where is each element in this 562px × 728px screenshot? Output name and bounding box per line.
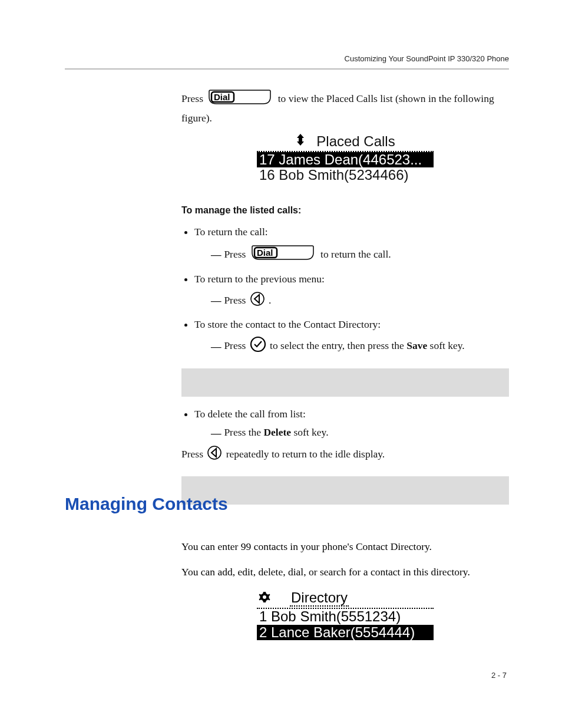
- directory-screenshot: Directory 1 Bob Smith(5551234) 2 Lance B…: [181, 590, 509, 640]
- bullet-return-call: To return the call: — Press Dial to retu…: [194, 225, 509, 266]
- svg-point-3: [251, 337, 265, 351]
- note-placeholder-1: [181, 368, 509, 397]
- return-idle-after: repeatedly to return to the idle display…: [226, 449, 385, 460]
- manage-calls-list-2: To delete the call from list: — Press th…: [194, 407, 509, 440]
- managing-contacts-heading: Managing Contacts: [65, 494, 228, 514]
- placed-calls-row-2: 16 Bob Smith(5234466): [257, 167, 434, 183]
- save-word: Save: [406, 340, 427, 351]
- bullet-delete-call: To delete the call from list: — Press th…: [194, 407, 509, 440]
- svg-point-2: [251, 292, 264, 305]
- store-contact-text: To store the contact to the Contact Dire…: [194, 318, 381, 330]
- dial-key-label: Dial: [214, 92, 230, 102]
- dash-icon: —: [211, 427, 222, 441]
- prev-menu-period: .: [269, 294, 271, 306]
- placed-calls-title: Placed Calls: [316, 134, 395, 149]
- header-rule: [65, 68, 509, 70]
- dash-icon: —: [211, 294, 222, 308]
- store-press-after: soft key.: [430, 340, 465, 351]
- delete-call-text: To delete the call from list:: [194, 408, 306, 420]
- contacts-p1: You can enter 99 contacts in your phone'…: [181, 539, 509, 554]
- directory-title: Directory: [290, 590, 349, 607]
- return-call-press-after: to return the call.: [320, 248, 391, 260]
- return-call-press-before: Press: [224, 248, 248, 260]
- running-header: Customizing Your SoundPoint IP 330/320 P…: [345, 54, 509, 63]
- delete-word: Delete: [263, 426, 291, 438]
- directory-row-2-selected: 2 Lance Baker(5554444): [257, 625, 434, 640]
- contacts-p2: You can add, edit, delete, dial, or sear…: [181, 564, 509, 579]
- dial-softkey-icon: Dial: [251, 244, 315, 266]
- svg-point-4: [208, 446, 221, 459]
- return-call-text: To return the call:: [194, 226, 268, 238]
- managing-contacts-body: You can enter 99 contacts in your phone'…: [181, 528, 509, 651]
- check-button-icon: [250, 336, 266, 357]
- press-dial-before: Press: [181, 93, 206, 104]
- dial-softkey-icon: Dial: [208, 88, 272, 110]
- dash-icon: —: [211, 248, 222, 262]
- left-arrow-button-icon: [207, 445, 222, 465]
- bullet-store-contact: To store the contact to the Contact Dire…: [194, 318, 509, 358]
- placed-calls-screenshot: Placed Calls 17 James Dean(446523... 16 …: [181, 133, 509, 183]
- directory-row-1: 1 Bob Smith(5551234): [257, 609, 434, 624]
- delete-press-after: soft key.: [293, 426, 328, 438]
- delete-press-before: Press the: [224, 426, 263, 438]
- manage-calls-heading: To manage the listed calls:: [181, 204, 509, 217]
- page-number: 2 - 7: [491, 671, 507, 680]
- return-idle-paragraph: Press repeatedly to return to the idle d…: [181, 445, 509, 466]
- manage-calls-list: To return the call: — Press Dial to retu…: [194, 225, 509, 358]
- dial-key-label: Dial: [257, 248, 273, 258]
- left-arrow-button-icon: [250, 291, 265, 311]
- gear-icon: [258, 591, 271, 607]
- placed-calls-row-1: 17 James Dean(446523...: [257, 152, 434, 167]
- store-press-before: Press: [224, 340, 248, 351]
- bullet-prev-menu: To return to the previous menu: — Press …: [194, 272, 509, 311]
- dash-icon: —: [211, 340, 222, 354]
- store-press-mid: to select the entry, then press the: [270, 340, 406, 351]
- prev-menu-text: To return to the previous menu:: [194, 273, 325, 285]
- scroll-arrows-icon: [295, 133, 306, 149]
- return-idle-before: Press: [181, 449, 206, 460]
- press-dial-paragraph: Press Dial to view the Placed Calls list…: [181, 88, 509, 125]
- body-column: Press Dial to view the Placed Calls list…: [181, 88, 509, 515]
- note-placeholder-2: [181, 476, 509, 505]
- prev-menu-press: Press: [224, 294, 248, 306]
